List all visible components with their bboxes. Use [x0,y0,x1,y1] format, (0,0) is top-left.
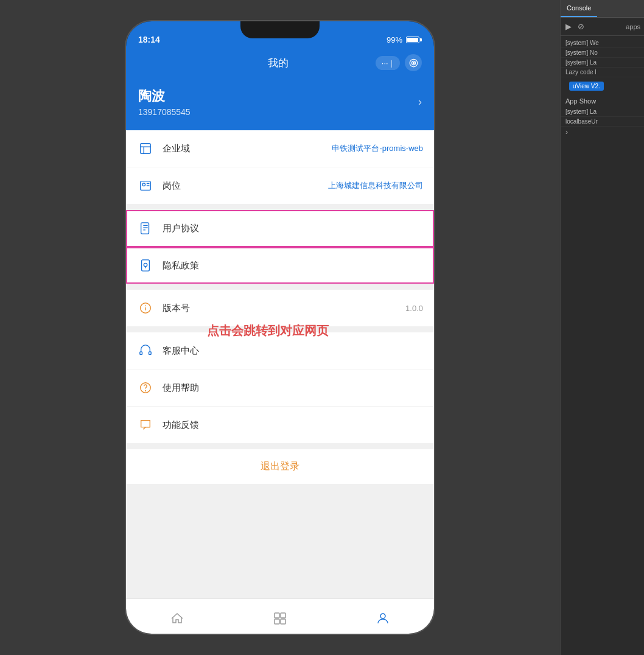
svg-rect-26 [281,619,285,624]
console-tabs: Console [561,0,644,18]
log-entry-4: Lazy code l [561,68,644,77]
svg-point-1 [412,61,415,64]
log-entry-1: [system] We [561,38,644,48]
console-apps-label: apps [589,23,640,30]
log-entry-3: [system] La [561,58,644,68]
svg-rect-9 [141,223,149,234]
log-entry-5: [system] La [561,107,644,117]
privacy-icon [137,257,154,274]
info-icon [137,299,154,317]
svg-rect-20 [149,352,152,355]
console-toolbar: ▶ ⊘ apps [561,18,644,36]
camera-button[interactable] [405,54,422,71]
enterprise-label: 企业域 [163,143,332,155]
phone-frame: 18:14 99% 我的 ··· | [125,20,435,635]
position-icon [137,177,154,194]
svg-point-22 [145,391,146,391]
console-stop-btn[interactable]: ⊘ [576,21,586,32]
profile-phone: 13917085545 [138,107,191,117]
version-label: 版本号 [163,303,405,314]
position-label: 岗位 [163,180,328,192]
svg-rect-19 [140,352,142,355]
svg-rect-25 [275,619,279,624]
tab-home[interactable] [126,608,229,626]
privacy-label: 隐私政策 [163,260,423,271]
battery-percent: 99% [387,35,402,44]
tab-discover[interactable] [229,608,332,626]
phone-simulator: 18:14 99% 我的 ··· | [0,0,560,655]
profile-name: 陶波 [138,87,191,105]
header-controls: ··· | [376,54,422,71]
logout-button[interactable]: 退出登录 [261,460,299,473]
status-right: 99% [387,35,422,44]
logout-section: 退出登录 [126,449,434,484]
menu-section-4: 客服中心 使用帮助 [126,332,434,443]
version-value: 1.0.0 [405,304,423,313]
uview-badge: uView V2. [569,82,604,91]
console-log-area: [system] We [system] No [system] La Lazy… [561,36,644,655]
svg-rect-13 [142,260,150,271]
chat-icon [137,416,154,433]
profile-arrow: › [418,96,422,108]
svg-point-6 [142,183,145,186]
menu-item-help[interactable]: 使用帮助 [126,370,434,407]
document-icon [137,220,154,237]
menu-section-1: 企业域 申铁测试平台-promis-web 岗位 上海城建信息科技有限公司 [126,130,434,204]
menu-item-version[interactable]: 版本号 1.0.0 [126,290,434,326]
console-play-btn[interactable]: ▶ [564,21,573,32]
divider-label: | [391,58,393,68]
headphone-icon [137,342,154,359]
help-label: 使用帮助 [163,382,423,394]
profile-info: 陶波 13917085545 [138,87,191,117]
status-time: 18:14 [138,35,160,44]
app-show-label: App Show [561,95,644,107]
feedback-label: 功能反馈 [163,419,423,431]
menu-item-position[interactable]: 岗位 上海城建信息科技有限公司 [126,167,434,204]
svg-rect-23 [275,613,279,618]
battery-icon [406,37,422,43]
dots-label: ··· [382,58,388,68]
log-entry-6: localbaseUr [561,117,644,127]
menu-section-3: 版本号 1.0.0 [126,290,434,326]
app-header: 我的 ··· | [126,48,434,82]
customer-service-label: 客服中心 [163,345,423,357]
tab-bar [126,598,434,634]
menu-item-feedback[interactable]: 功能反馈 [126,407,434,443]
expand-arrow[interactable]: › [561,127,644,138]
dots-button[interactable]: ··· | [376,56,400,70]
svg-rect-2 [141,144,151,154]
menu-item-user-agreement[interactable]: 用户协议 [126,210,434,247]
menu-item-privacy[interactable]: 隐私政策 [126,247,434,284]
user-agreement-label: 用户协议 [163,223,423,234]
tab-profile[interactable] [331,608,434,626]
phone-notch [240,21,320,38]
svg-point-14 [144,263,147,267]
svg-rect-24 [281,613,285,618]
svg-point-27 [380,614,385,618]
menu-item-enterprise[interactable]: 企业域 申铁测试平台-promis-web [126,130,434,167]
profile-section[interactable]: 陶波 13917085545 › [126,82,434,130]
menu-item-customer-service[interactable]: 客服中心 [126,332,434,370]
enterprise-icon [137,140,154,157]
log-entry-2: [system] No [561,48,644,58]
console-panel: Console ▶ ⊘ apps [system] We [system] No… [560,0,644,655]
enterprise-value: 申铁测试平台-promis-web [332,143,423,154]
question-icon [137,379,154,396]
content-area: 企业域 申铁测试平台-promis-web 岗位 上海城建信息科技有限公司 [126,130,434,598]
console-tab-active[interactable]: Console [561,0,597,17]
header-title: 我的 [181,56,376,70]
menu-section-2: 用户协议 隐私政策 [126,210,434,284]
position-value: 上海城建信息科技有限公司 [328,180,423,191]
